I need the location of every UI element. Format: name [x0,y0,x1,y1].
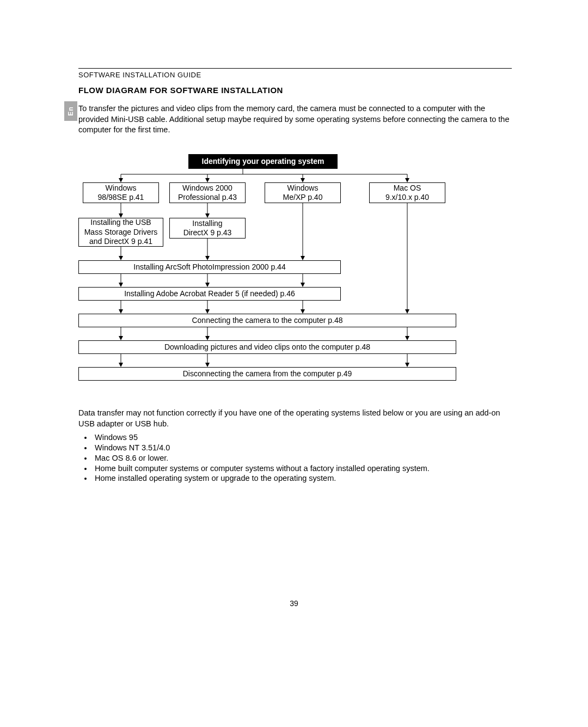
intro-paragraph: To transfer the pictures and video clips… [78,103,512,136]
list-item: Mac OS 8.6 or lower. [93,453,526,463]
flow-os-win2000: Windows 2000Professional p.43 [169,182,246,203]
list-item: Home built computer systems or computer … [93,463,526,474]
flow-identify-os: Identifying your operating system [188,154,338,169]
flow-install-usb: Installing the USBMass Storage Driversan… [78,218,163,247]
unsupported-list: Windows 95 Windows NT 3.51/4.0 Mac OS 8.… [78,432,526,484]
page: SOFTWARE INSTALLATION GUIDE FLOW DIAGRAM… [0,0,588,727]
flow-acrobat: Installing Adobe Acrobat Reader 5 (if ne… [78,287,341,301]
language-tab: En [64,101,77,121]
flow-disconnect: Disconnecting the camera from the comput… [78,367,456,381]
flow-diagram: Identifying your operating system Window… [78,154,512,383]
flow-connect: Connecting the camera to the computer p.… [78,314,456,327]
flow-os-macos: Mac OS9.x/10.x p.40 [369,182,445,203]
header-guide: SOFTWARE INSTALLATION GUIDE [78,68,512,79]
flow-install-dx: InstallingDirectX 9 p.43 [169,218,246,239]
flow-download: Downloading pictures and video clips ont… [78,340,456,354]
flow-os-win98: Windows98/98SE p.41 [83,182,159,203]
flow-arcsoft: Installing ArcSoft PhotoImpression 2000 … [78,260,341,274]
page-number: 39 [0,599,588,608]
list-item: Windows NT 3.51/4.0 [93,443,526,453]
list-item: Home installed operating system or upgra… [93,473,526,484]
section-title: FLOW DIAGRAM FOR SOFTWARE INSTALLATION [78,85,283,95]
notice-paragraph: Data transfer may not function correctly… [78,408,512,429]
flow-os-winme: WindowsMe/XP p.40 [265,182,341,203]
list-item: Windows 95 [93,432,526,443]
